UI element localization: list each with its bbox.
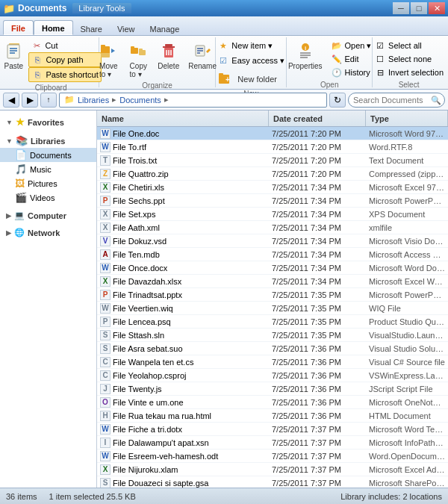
file-type: WIQ File [366, 304, 448, 313]
sidebar-item-music[interactable]: 🎵 Music [0, 162, 96, 176]
computer-label: Computer [28, 211, 66, 220]
path-libraries[interactable]: Libraries [78, 96, 109, 105]
file-type: XPS Document [366, 210, 448, 219]
table-row[interactable]: P File Sechs.ppt 7/25/2011 7:34 PM Micro… [97, 194, 448, 208]
file-date: 7/25/2011 7:35 PM [269, 304, 366, 313]
refresh-button[interactable]: ↻ [329, 93, 346, 108]
edit-button[interactable]: ✏️ Edit [329, 52, 374, 66]
cut-icon: ✂ [31, 40, 43, 52]
table-row[interactable]: Z File Quattro.zip 7/25/2011 7:20 PM Com… [97, 167, 448, 181]
new-item-button[interactable]: ★ New item ▾ [215, 39, 275, 52]
table-row[interactable]: X File Set.xps 7/25/2011 7:34 PM XPS Doc… [97, 208, 448, 221]
invert-selection-icon: ⊟ [374, 66, 386, 78]
close-button[interactable]: ✕ [429, 2, 445, 14]
table-row[interactable]: P File Trinadtsat.pptx 7/25/2011 7:35 PM… [97, 288, 448, 302]
sidebar-header-computer[interactable]: ▶ 💻 Computer [0, 208, 96, 222]
copy-path-label: Copy path [46, 55, 83, 64]
new-folder-button[interactable]: + New folder [215, 69, 280, 88]
table-row[interactable]: X File Davazdah.xlsx 7/25/2011 7:34 PM M… [97, 275, 448, 288]
tab-home[interactable]: Home [34, 20, 73, 35]
table-row[interactable]: I File Dalawampu't apat.xsn 7/25/2011 7:… [97, 436, 448, 449]
sidebar-item-videos[interactable]: 🎬 Videos [0, 190, 96, 205]
cut-button[interactable]: ✂ Cut [28, 39, 101, 52]
copy-path-button[interactable]: ⎘ Copy path [28, 52, 101, 67]
open-button[interactable]: 📂 Open ▾ [329, 39, 374, 52]
path-documents[interactable]: Documents [119, 96, 161, 105]
up-button[interactable]: ↑ [40, 93, 57, 108]
sidebar-header-network[interactable]: ▶ 🌐 Network [0, 225, 96, 239]
history-button[interactable]: 🕐 History [329, 66, 374, 79]
col-header-name[interactable]: Name [97, 111, 269, 126]
table-row[interactable]: A File Ten.mdb 7/25/2011 7:34 PM Microso… [97, 248, 448, 261]
file-date: 7/25/2011 7:36 PM [269, 358, 366, 367]
col-header-date[interactable]: Date created [269, 111, 366, 126]
paste-button[interactable]: Paste [0, 39, 27, 72]
table-row[interactable]: C File Yeolahop.csproj 7/25/2011 7:36 PM… [97, 369, 448, 382]
table-row[interactable]: W File To.rtf 7/25/2011 7:20 PM Word.RTF… [97, 140, 448, 154]
sidebar-header-favorites[interactable]: ▼ ★ Favorites [0, 113, 96, 129]
table-row[interactable]: V File Dokuz.vsd 7/25/2011 7:34 PM Micro… [97, 234, 448, 248]
sidebar-section-favorites: ▼ ★ Favorites [0, 113, 96, 129]
table-row[interactable]: P File Lencea.psq 7/25/2011 7:35 PM Prod… [97, 315, 448, 329]
file-name: File Twenty.js [113, 385, 162, 393]
select-label: Select [399, 81, 420, 89]
file-list-body: W File One.doc 7/25/2011 7:20 PM Microso… [97, 127, 448, 488]
table-row[interactable]: W File Fiche a tri.dotx 7/25/2011 7:37 P… [97, 423, 448, 436]
table-row[interactable]: X File Chetiri.xls 7/25/2011 7:34 PM Mic… [97, 181, 448, 194]
easy-access-button[interactable]: ☑ Easy access ▾ [215, 54, 287, 67]
maximize-button[interactable]: □ [411, 2, 427, 14]
delete-button[interactable]: Delete [155, 39, 182, 72]
network-label: Network [28, 228, 60, 237]
table-row[interactable]: O File Vinte e um.one 7/25/2011 7:36 PM … [97, 396, 448, 409]
col-header-type[interactable]: Type [366, 111, 448, 126]
libraries-chevron: ▼ [6, 137, 13, 145]
table-row[interactable]: W File One.doc 7/25/2011 7:20 PM Microso… [97, 127, 448, 140]
copy-path-icon: ⎘ [31, 54, 43, 66]
tab-manage[interactable]: Manage [143, 22, 187, 35]
table-row[interactable]: X File Aath.xml 7/25/2011 7:34 PM xmlfil… [97, 221, 448, 234]
table-row[interactable]: J File Twenty.js 7/25/2011 7:36 PM JScri… [97, 382, 448, 396]
select-none-button[interactable]: ☐ Select none [372, 52, 446, 66]
table-row[interactable]: H File Rua tekau ma rua.html 7/25/2011 7… [97, 409, 448, 423]
move-to-button[interactable]: Moveto ▾ [95, 39, 122, 80]
table-row[interactable]: S File Asra sebat.suo 7/25/2011 7:36 PM … [97, 342, 448, 355]
sidebar-header-libraries[interactable]: ▼ 📚 Libraries [0, 132, 96, 148]
new-item-label: New item ▾ [231, 41, 273, 51]
table-row[interactable]: C File Wanpela ten et.cs 7/25/2011 7:36 … [97, 355, 448, 369]
tab-file[interactable]: File [3, 20, 34, 35]
table-row[interactable]: W File Esreem-veh-hamesh.odt 7/25/2011 7… [97, 449, 448, 463]
file-name: File Davazdah.xlsx [113, 277, 181, 286]
file-icon: W [100, 451, 111, 461]
table-row[interactable]: W File Veertien.wiq 7/25/2011 7:35 PM WI… [97, 302, 448, 315]
rename-button[interactable]: Rename [185, 39, 220, 72]
tab-share[interactable]: Share [73, 22, 110, 35]
paste-shortcut-button[interactable]: ⎘ Paste shortcut [28, 67, 101, 82]
main-content: ▼ ★ Favorites ▼ 📚 Libraries 📄 Documents … [0, 111, 448, 488]
file-name: File Aath.xml [113, 223, 160, 232]
file-name: File Trinadtsat.pptx [113, 290, 182, 299]
sidebar-item-documents[interactable]: 📄 Documents [0, 148, 96, 162]
sidebar-item-pictures[interactable]: 🖼 Pictures [0, 176, 96, 190]
copy-to-button[interactable]: Copyto ▾ [125, 39, 152, 80]
select-all-label: Select all [388, 41, 422, 50]
forward-button[interactable]: ▶ [22, 93, 38, 108]
address-path[interactable]: 📁 Libraries ▸ Documents ▸ [59, 93, 327, 108]
tab-view[interactable]: View [110, 22, 143, 35]
delete-label: Delete [158, 62, 179, 70]
move-to-label: Moveto ▾ [99, 62, 117, 78]
minimize-button[interactable]: ─ [393, 2, 409, 14]
table-row[interactable]: S File Sttash.sln 7/25/2011 7:35 PM Visu… [97, 329, 448, 342]
select-all-button[interactable]: ☑ Select all [372, 39, 446, 52]
title-bar-left: 📁 Documents Library Tools [3, 3, 131, 14]
sidebar: ▼ ★ Favorites ▼ 📚 Libraries 📄 Documents … [0, 111, 97, 488]
table-row[interactable]: S File Douazeci si sapte.gsa 7/25/2011 7… [97, 476, 448, 488]
table-row[interactable]: X File Nijuroku.xlam 7/25/2011 7:37 PM M… [97, 463, 448, 476]
file-date: 7/25/2011 7:34 PM [269, 223, 366, 232]
file-type: Compressed (zipped) Folder [366, 169, 448, 178]
paste-label: Paste [4, 62, 24, 70]
back-button[interactable]: ◀ [3, 93, 19, 108]
table-row[interactable]: W File Once.docx 7/25/2011 7:34 PM Micro… [97, 261, 448, 275]
properties-button[interactable]: i Properties [285, 39, 326, 72]
invert-selection-button[interactable]: ⊟ Invert selection [372, 66, 446, 79]
table-row[interactable]: T File Trois.txt 7/25/2011 7:20 PM Text … [97, 154, 448, 167]
